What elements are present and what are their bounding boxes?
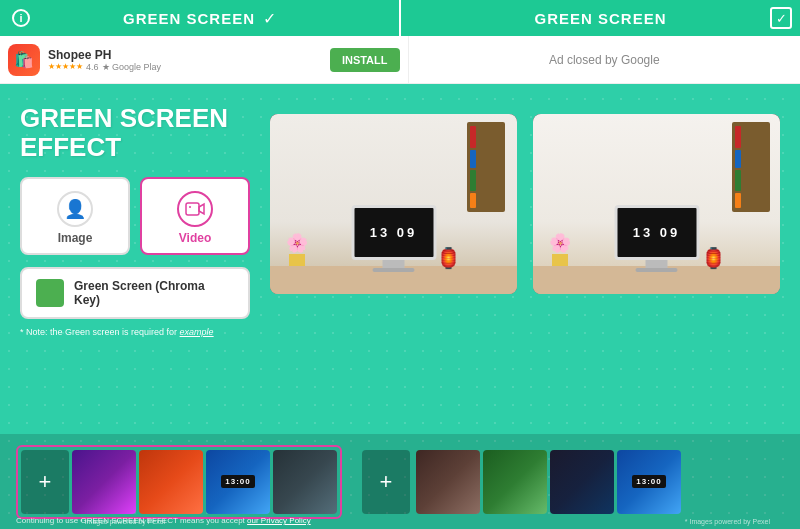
ad-left-section: 🛍️ Shopee PH ★★★★★ 4.6 ★ Google Play INS… [0,36,408,84]
thumb-inner-6 [483,450,547,514]
header-bar: i GREEN SCREEN ✓ GREEN SCREEN ✓ [0,0,800,36]
preview-image-left: 🌸 13 09 🏮 [270,114,517,294]
header-left: i GREEN SCREEN ✓ [0,0,399,36]
video-icon [177,191,213,227]
pexel-credit-right: * Images powered by Pexel [685,518,770,525]
corner-check-icon[interactable]: ✓ [770,7,792,29]
book [735,193,741,208]
shopee-rating: ★★★★★ 4.6 ★ Google Play [48,62,322,72]
add-left-button[interactable]: + [21,450,69,514]
green-square-icon [36,279,64,307]
bottom-notice: Continuing to use GREEN SCREEN EFFECT me… [16,516,311,525]
svg-rect-0 [186,203,199,215]
options-row: 👤 Image Video [20,177,250,255]
ad-closed-text: Ad closed by Google [549,53,660,67]
thumb-clock: 13:00 [221,475,254,488]
film-thumb-4[interactable] [273,450,337,514]
monitor-base-left [373,268,415,272]
header-left-title: GREEN SCREEN [123,10,255,27]
desk-scene-left: 🌸 13 09 🏮 [270,114,517,294]
thumb-inner-7 [550,450,614,514]
ad-bar: 🛍️ Shopee PH ★★★★★ 4.6 ★ Google Play INS… [0,36,800,84]
monitor-right: 13 09 [614,205,699,272]
film-thumb-3[interactable]: 13:00 [206,450,270,514]
book [470,170,476,190]
book [735,150,741,168]
film-thumb-8[interactable]: 13:00 [617,450,681,514]
monitor-left: 13 09 [351,205,436,272]
image-option-button[interactable]: 👤 Image [20,177,130,255]
shopee-info: Shopee PH ★★★★★ 4.6 ★ Google Play [48,48,322,72]
info-icon[interactable]: i [12,9,30,27]
film-thumb-6[interactable] [483,450,547,514]
bookshelf-right [732,122,770,212]
book [735,126,741,148]
filmstrip-area: + 13:00 * Images powered by Pexel + [0,434,800,529]
svg-point-1 [189,206,191,208]
thumb-inner-4 [273,450,337,514]
thumb-clock-2: 13:00 [632,475,665,488]
header-left-check: ✓ [263,9,276,28]
green-screen-button[interactable]: Green Screen (Chroma Key) [20,267,250,319]
effect-title: GREEN SCREEN EFFECT [20,104,250,161]
book [470,193,476,208]
monitor-screen-right: 13 09 [614,205,699,260]
shopee-icon: 🛍️ [8,44,40,76]
star-icon: ★★★★★ [48,62,83,71]
lamp-left: 🏮 [436,246,461,270]
bookshelf-left [467,122,505,212]
image-label: Image [58,231,93,245]
book [470,126,476,148]
film-thumb-1[interactable] [72,450,136,514]
film-thumb-5[interactable] [416,450,480,514]
preview-card-left: 🌸 13 09 🏮 [270,114,517,294]
header-right-title: GREEN SCREEN [534,10,666,27]
filmstrip-left-section: + 13:00 [16,445,342,519]
video-label: Video [179,231,211,245]
film-thumb-2[interactable] [139,450,203,514]
monitor-screen-left: 13 09 [351,205,436,260]
thumb-inner-1 [72,450,136,514]
video-option-button[interactable]: Video [140,177,250,255]
google-play-label: ★ Google Play [102,62,162,72]
book [735,170,741,190]
preview-card-right: 🌸 13 09 🏮 [533,114,780,294]
left-panel: GREEN SCREEN EFFECT 👤 Image Video [20,104,250,434]
right-panel: 🌸 13 09 🏮 [270,104,780,434]
shopee-name: Shopee PH [48,48,322,62]
thumb-inner-2 [139,450,203,514]
add-right-button[interactable]: + [362,450,410,514]
monitor-base-right [636,268,678,272]
thumb-inner-5 [416,450,480,514]
image-icon: 👤 [57,191,93,227]
note-text: * Note: the Green screen is required for… [20,327,250,337]
ad-right-section: Ad closed by Google [408,36,801,84]
desk-scene-right: 🌸 13 09 🏮 [533,114,780,294]
main-content: GREEN SCREEN EFFECT 👤 Image Video [0,84,800,434]
header-right: GREEN SCREEN ✓ [401,0,800,36]
film-thumb-7[interactable] [550,450,614,514]
thumb-inner-3: 13:00 [206,450,270,514]
privacy-policy-link[interactable]: our Privacy Policy [247,516,311,525]
monitor-stand-left [383,260,405,268]
book [470,150,476,168]
green-screen-label: Green Screen (Chroma Key) [74,279,234,307]
example-link[interactable]: example [180,327,214,337]
filmstrip-right-section: 13:00 [416,450,681,514]
lamp-right: 🏮 [701,246,726,270]
install-button[interactable]: INSTALL [330,48,400,72]
monitor-stand-right [646,260,668,268]
preview-image-right: 🌸 13 09 🏮 [533,114,780,294]
thumb-inner-8: 13:00 [617,450,681,514]
